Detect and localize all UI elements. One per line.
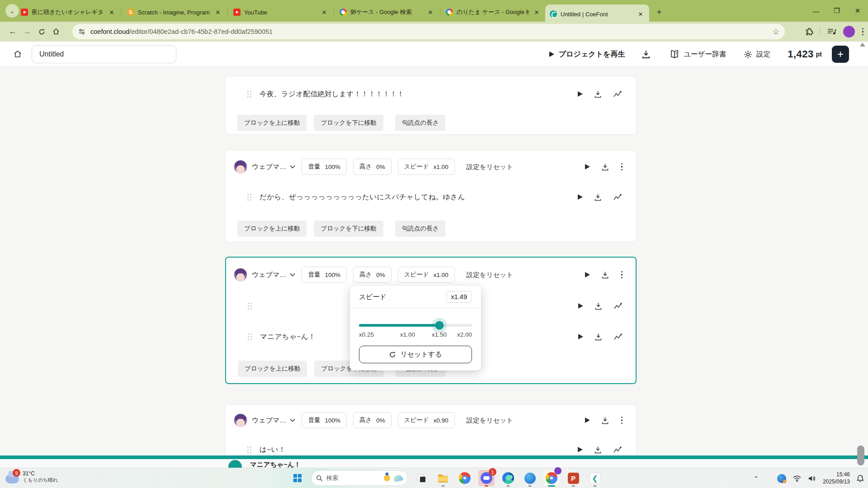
volume-icon[interactable] <box>808 475 816 482</box>
minimize-icon[interactable]: — <box>806 0 826 22</box>
intonation-icon[interactable] <box>613 333 623 341</box>
intonation-icon[interactable] <box>613 193 623 201</box>
block-menu-kebab-icon[interactable] <box>620 162 624 172</box>
line-text[interactable]: だから、ぜっっっっっっっっったいにスパチャしてね。ゆさん <box>259 192 465 202</box>
pitch-button[interactable]: 高さ0% <box>353 159 392 175</box>
download-line-icon[interactable] <box>594 90 602 99</box>
move-block-up-button[interactable]: ブロックを上に移動 <box>237 221 307 237</box>
download-line-icon[interactable] <box>594 333 603 341</box>
chevron-down-icon[interactable] <box>290 273 295 277</box>
speed-slider-thumb[interactable] <box>435 321 443 330</box>
back-icon[interactable]: ← <box>5 24 20 39</box>
voice-avatar[interactable] <box>234 160 247 174</box>
file-explorer-button[interactable] <box>435 470 451 486</box>
voice-avatar[interactable] <box>234 268 247 282</box>
download-block-icon[interactable] <box>601 163 609 171</box>
volume-button[interactable]: 音量100% <box>302 412 347 428</box>
pitch-button[interactable]: 高さ0% <box>353 412 392 428</box>
voice-avatar[interactable] <box>234 413 247 427</box>
start-button[interactable] <box>289 470 306 486</box>
restore-icon[interactable]: ❐ <box>826 0 847 22</box>
add-points-button[interactable]: + <box>832 46 849 63</box>
chevron-app-button[interactable]: ❮ <box>587 470 603 486</box>
block-menu-kebab-icon[interactable] <box>620 270 624 280</box>
play-line-icon[interactable] <box>578 91 583 97</box>
voice-name[interactable]: ウェブマ… <box>252 271 286 279</box>
new-tab-icon[interactable]: + <box>653 6 665 19</box>
app-home-icon[interactable] <box>11 47 24 61</box>
speed-reset-button[interactable]: リセットする <box>359 346 472 363</box>
site-info-icon[interactable] <box>78 28 86 36</box>
chevron-down-icon[interactable] <box>290 165 295 169</box>
play-project-button[interactable]: プロジェクトを再生 <box>549 50 625 59</box>
download-block-icon[interactable] <box>601 271 609 279</box>
download-block-icon[interactable] <box>601 416 609 425</box>
taskbar-search[interactable]: 検索 <box>311 470 408 486</box>
close-icon[interactable]: ✕ <box>637 10 645 18</box>
punctuation-length-button[interactable]: 句読点の長さ <box>395 115 446 131</box>
player-progress-bar[interactable] <box>0 455 868 459</box>
task-view-button[interactable] <box>413 470 429 486</box>
play-line-icon[interactable] <box>578 334 583 339</box>
line-text[interactable]: は~い！ <box>259 445 286 455</box>
move-block-down-button[interactable]: ブロックを下に移動 <box>314 115 383 131</box>
move-block-up-button[interactable]: ブロックを上に移動 <box>237 115 307 131</box>
voice-name[interactable]: ウェブマ… <box>252 163 286 171</box>
download-line-icon[interactable] <box>594 302 603 310</box>
reset-settings-link[interactable]: 設定をリセット <box>467 416 513 425</box>
move-block-up-button[interactable]: ブロックを上に移動 <box>238 361 307 377</box>
intonation-icon[interactable] <box>613 446 623 454</box>
settings-button[interactable]: 設定 <box>743 50 770 59</box>
tab-youtube[interactable]: YouTube ✕ <box>229 5 333 20</box>
punctuation-length-button[interactable]: 句読点の長さ <box>395 221 446 237</box>
chrome-profile2-button[interactable] <box>543 470 560 486</box>
block-menu-kebab-icon[interactable] <box>620 416 624 425</box>
close-icon[interactable]: ✕ <box>108 8 116 16</box>
play-block-icon[interactable] <box>585 164 590 169</box>
tray-chevron-icon[interactable]: ⌃ <box>754 475 759 482</box>
project-title-input[interactable]: Untitled <box>32 45 176 63</box>
speed-button[interactable]: スピードx0.90 <box>398 412 455 428</box>
close-icon[interactable]: ✕ <box>320 8 328 16</box>
drag-handle-icon[interactable] <box>248 303 252 310</box>
drag-handle-icon[interactable] <box>247 91 251 98</box>
scrollbar-up-icon[interactable] <box>860 42 865 47</box>
home-icon[interactable] <box>49 24 63 39</box>
media-controls-icon[interactable] <box>827 28 837 36</box>
chevron-down-icon[interactable] <box>290 418 295 422</box>
notification-bell-icon[interactable]: z <box>856 474 864 483</box>
play-block-icon[interactable] <box>585 418 590 423</box>
tray-x-icon[interactable]: ✕ <box>765 474 771 483</box>
sphere-app-button[interactable] <box>522 470 538 486</box>
drag-handle-icon[interactable] <box>247 194 251 201</box>
play-line-icon[interactable] <box>578 194 583 200</box>
drag-handle-icon[interactable] <box>247 446 251 453</box>
star-icon[interactable]: ☆ <box>773 27 779 37</box>
pitch-button[interactable]: 高さ0% <box>353 267 392 283</box>
speed-button[interactable]: スピードx1.00 <box>398 159 455 175</box>
user-dictionary-button[interactable]: ユーザー辞書 <box>669 50 726 59</box>
tab-youtube-guitar[interactable]: 夜に聴きたいオシャレギター - YouTu ✕ <box>16 5 120 20</box>
tab-google-search-egg[interactable]: 卵ケース - Google 検索 ✕ <box>335 5 439 20</box>
voice-name[interactable]: ウェブマ… <box>252 416 286 425</box>
line-row[interactable]: 今夜、ラジオ配信絶対します！！！！！！！ <box>247 83 623 105</box>
download-line-icon[interactable] <box>594 193 602 202</box>
reset-settings-link[interactable]: 設定をリセット <box>467 163 513 171</box>
intonation-icon[interactable] <box>613 302 623 310</box>
line-row[interactable]: だから、ぜっっっっっっっっったいにスパチャしてね。ゆさん <box>247 186 623 208</box>
close-icon[interactable]: ✕ <box>533 8 541 16</box>
tab-scratch[interactable]: S Scratch - Imagine, Program, Sh ✕ <box>123 5 226 20</box>
speed-value-box[interactable]: x1.49 <box>446 291 472 303</box>
chrome-button[interactable] <box>457 470 473 486</box>
taskbar-weather-widget[interactable]: 9 31°C くもりのち晴れ <box>5 470 58 483</box>
line-text[interactable]: マニアちゃ~ん！ <box>260 332 316 342</box>
speed-button[interactable]: スピードx1.00 <box>398 267 455 283</box>
tab-google-search-noritama[interactable]: のりたま ケース - Google 検索 ✕ <box>441 5 545 20</box>
line-text[interactable]: 今夜、ラジオ配信絶対します！！！！！！！ <box>259 89 404 99</box>
edge-button[interactable] <box>500 470 516 486</box>
tab-coefont-active[interactable]: Untitled | CoeFont ✕ <box>545 5 649 23</box>
wifi-icon[interactable] <box>793 475 802 482</box>
play-line-icon[interactable] <box>578 303 583 309</box>
project-download-button[interactable] <box>641 49 651 59</box>
scrollbar-thumb[interactable] <box>857 446 864 465</box>
